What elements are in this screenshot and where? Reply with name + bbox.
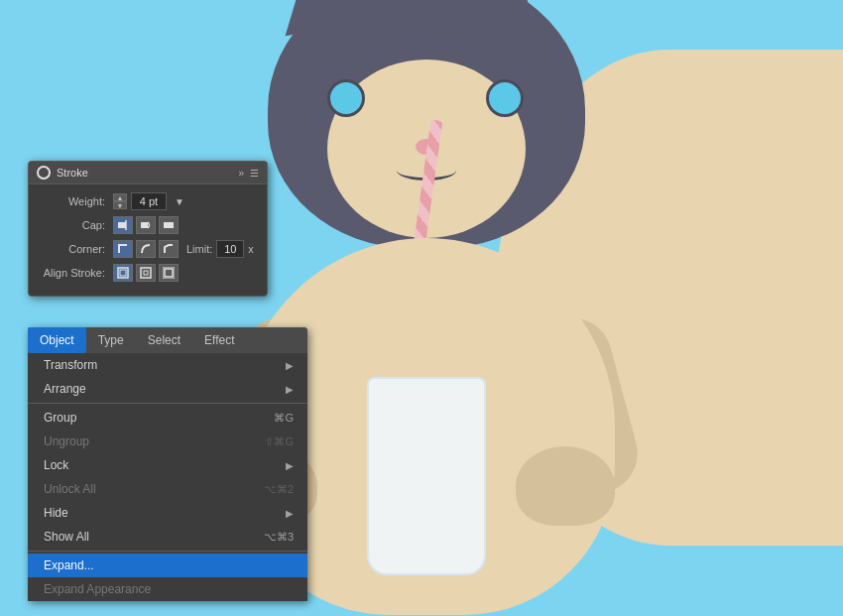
cap-square-button[interactable]	[159, 216, 179, 234]
hide-arrow: ▶	[286, 508, 294, 519]
dropdown-item-hide[interactable]: Hide ▶	[28, 501, 307, 525]
stroke-panel-controls: » ☰	[238, 168, 259, 179]
limit-label: Limit:	[186, 243, 212, 255]
svg-rect-3	[164, 222, 174, 228]
corner-round-button[interactable]	[136, 240, 156, 258]
weight-stepper-down[interactable]: ▼	[113, 201, 127, 209]
dropdown-item-arrange[interactable]: Arrange ▶	[28, 377, 307, 401]
transform-arrow: ▶	[286, 360, 294, 371]
separator-1	[28, 403, 307, 404]
stroke-panel: Stroke » ☰ Weight: ▲ ▼ 4 pt ▼ Cap:	[28, 161, 268, 297]
dropdown-item-expand-appearance: Expand Appearance	[28, 577, 307, 601]
svg-rect-8	[165, 269, 173, 277]
stroke-weight-row: Weight: ▲ ▼ 4 pt ▼	[39, 192, 257, 210]
menu-item-effect[interactable]: Effect	[192, 327, 246, 353]
align-inside-button[interactable]	[136, 264, 156, 282]
arrange-arrow: ▶	[286, 384, 294, 395]
menu-items-row: Object Type Select Effect	[28, 327, 307, 353]
stroke-panel-menu-icon[interactable]: ☰	[250, 168, 259, 179]
dropdown-item-expand[interactable]: Expand...	[28, 554, 307, 577]
stroke-panel-icon	[37, 166, 51, 180]
align-outside-button[interactable]	[159, 264, 179, 282]
menu-bar: Object Type Select Effect Transform ▶ Ar…	[28, 327, 307, 601]
dropdown-item-ungroup: Ungroup ⇧⌘G	[28, 430, 307, 453]
align-center-button[interactable]	[113, 264, 133, 282]
dropdown-item-show-all[interactable]: Show All ⌥⌘3	[28, 525, 307, 549]
unlock-all-shortcut: ⌥⌘2	[264, 483, 294, 496]
svg-rect-6	[141, 268, 151, 278]
svg-rect-0	[118, 222, 126, 228]
menu-item-object[interactable]: Object	[28, 327, 86, 353]
svg-rect-7	[144, 271, 148, 275]
cat-eye-left	[327, 79, 365, 117]
stroke-panel-body: Weight: ▲ ▼ 4 pt ▼ Cap:	[29, 185, 267, 296]
stroke-align-label: Align Stroke:	[39, 267, 113, 279]
ungroup-label: Ungroup	[44, 434, 265, 448]
transform-label: Transform	[44, 358, 282, 372]
dropdown-item-lock[interactable]: Lock ▶	[28, 453, 307, 477]
limit-group: Limit: 10 x	[186, 240, 254, 258]
dropdown-item-transform[interactable]: Transform ▶	[28, 353, 307, 377]
show-all-shortcut: ⌥⌘3	[264, 531, 294, 544]
cap-round-button[interactable]	[136, 216, 156, 234]
stroke-cap-row: Cap:	[39, 216, 257, 234]
ungroup-shortcut: ⇧⌘G	[265, 435, 294, 448]
stroke-weight-label: Weight:	[39, 195, 113, 207]
weight-value[interactable]: 4 pt	[131, 192, 167, 210]
cap-buttons	[113, 216, 179, 234]
milk-glass	[367, 377, 486, 575]
stroke-corner-label: Corner:	[39, 243, 113, 255]
show-all-label: Show All	[44, 530, 244, 544]
svg-rect-5	[120, 270, 126, 276]
corner-bevel-button[interactable]	[159, 240, 179, 258]
align-stroke-icons	[113, 264, 179, 282]
weight-input-group: ▲ ▼ 4 pt ▼	[113, 192, 184, 210]
stroke-panel-header: Stroke » ☰	[29, 162, 267, 185]
dropdown-item-group[interactable]: Group ⌘G	[28, 406, 307, 430]
group-shortcut: ⌘G	[274, 412, 294, 425]
cap-butt-button[interactable]	[113, 216, 133, 234]
menu-item-select[interactable]: Select	[136, 327, 192, 353]
arrange-label: Arrange	[44, 382, 282, 396]
dropdown-menu: Transform ▶ Arrange ▶ Group ⌘G Ungroup ⇧…	[28, 353, 307, 601]
stroke-align-row: Align Stroke:	[39, 264, 257, 282]
lock-arrow: ▶	[286, 460, 294, 471]
unlock-all-label: Unlock All	[44, 482, 264, 496]
group-label: Group	[44, 411, 254, 425]
separator-2	[28, 551, 307, 552]
weight-dropdown-arrow[interactable]: ▼	[175, 196, 184, 207]
stroke-corner-row: Corner: Limit: 10 x	[39, 240, 257, 258]
dropdown-item-unlock-all: Unlock All ⌥⌘2	[28, 477, 307, 501]
stroke-cap-label: Cap:	[39, 219, 113, 231]
menu-item-type[interactable]: Type	[86, 327, 136, 353]
limit-value[interactable]: 10	[216, 240, 244, 258]
corner-miter-button[interactable]	[113, 240, 133, 258]
stroke-panel-label: Stroke	[57, 167, 88, 179]
svg-rect-2	[141, 222, 148, 228]
cat-eye-right	[486, 79, 524, 117]
weight-stepper[interactable]: ▲ ▼	[113, 193, 127, 209]
lock-label: Lock	[44, 458, 282, 472]
corner-buttons	[113, 240, 179, 258]
weight-stepper-up[interactable]: ▲	[113, 193, 127, 201]
stroke-panel-expand-icon[interactable]: »	[238, 168, 244, 179]
expand-appearance-label: Expand Appearance	[44, 582, 294, 596]
limit-x-icon: x	[248, 243, 254, 255]
stroke-panel-title: Stroke	[37, 166, 88, 180]
expand-label: Expand...	[44, 558, 294, 572]
cat-paw-right	[516, 446, 615, 526]
hide-label: Hide	[44, 506, 282, 520]
